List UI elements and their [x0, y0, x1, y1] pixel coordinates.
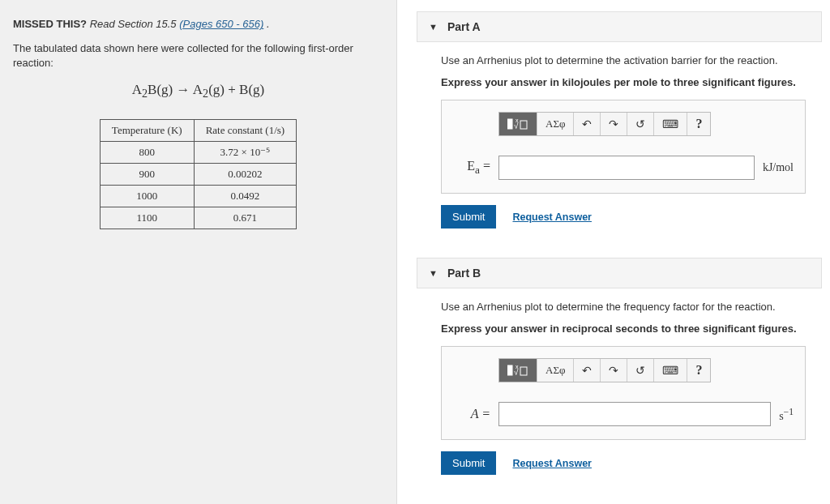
svg-rect-4: [507, 365, 512, 375]
undo-button[interactable]: ↶: [574, 113, 601, 135]
part-a-answer-input[interactable]: [498, 156, 755, 180]
redo-button[interactable]: ↷: [601, 113, 627, 135]
help-button[interactable]: ?: [687, 113, 710, 135]
part-a-title: Part A: [447, 20, 481, 33]
redo-button[interactable]: ↷: [601, 359, 627, 382]
intro-text: The tabulated data shown here were colle…: [13, 41, 383, 70]
reset-button[interactable]: ↺: [627, 359, 654, 382]
submit-button[interactable]: Submit: [441, 451, 496, 475]
missed-this-line: MISSED THIS? Read Section 15.5 (Pages 65…: [13, 18, 383, 30]
equation-toolbar: x√ ΑΣφ ↶ ↷ ↺ ⌨ ?: [498, 358, 711, 382]
part-b-instruct: Express your answer in reciprocal second…: [441, 322, 806, 335]
svg-rect-3: [520, 121, 527, 129]
equation-toolbar: x√ ΑΣφ ↶ ↷ ↺ ⌨ ?: [498, 112, 711, 136]
col-header-temp: Temperature (K): [100, 119, 194, 141]
table-row: 1100 0.671: [100, 207, 296, 229]
part-b-title: Part B: [447, 267, 481, 280]
cell-temp: 900: [100, 163, 194, 185]
part-b-answer-box: x√ ΑΣφ ↶ ↷ ↺ ⌨ ? A = s−1: [441, 346, 806, 440]
svg-text:√: √: [514, 368, 519, 377]
col-header-rate: Rate constant (1/s): [194, 119, 296, 141]
part-b-actions: Submit Request Answer: [441, 451, 806, 475]
chevron-down-icon: ▼: [429, 22, 438, 32]
table-row: 800 3.72 × 10⁻⁵: [100, 141, 296, 163]
part-b-unit: s−1: [779, 407, 794, 423]
part-a-unit: kJ/mol: [763, 161, 794, 174]
part-a-input-row: Ea = kJ/mol: [453, 156, 794, 180]
part-a-var-label: Ea =: [453, 159, 490, 177]
reaction-equation: A2B(g) → A2(g) + B(g): [13, 82, 383, 100]
template-tool-button[interactable]: x√: [499, 113, 537, 135]
answer-panel: ▼ Part A Use an Arrhenius plot to determ…: [397, 0, 830, 504]
part-b-prompt: Use an Arrhenius plot to determine the f…: [441, 300, 806, 314]
undo-button[interactable]: ↶: [574, 359, 601, 382]
table-row: 900 0.00202: [100, 163, 296, 185]
table-row: 1000 0.0492: [100, 185, 296, 207]
cell-rate: 0.00202: [194, 163, 296, 185]
keyboard-icon[interactable]: ⌨: [654, 113, 687, 135]
chevron-down-icon: ▼: [429, 268, 438, 278]
missed-text: Read Section 15.5: [87, 18, 179, 30]
part-a-header[interactable]: ▼ Part A: [417, 11, 822, 42]
greek-tool-button[interactable]: ΑΣφ: [537, 359, 574, 382]
svg-rect-0: [507, 119, 512, 129]
question-panel: MISSED THIS? Read Section 15.5 (Pages 65…: [0, 0, 397, 504]
submit-button[interactable]: Submit: [441, 205, 496, 229]
cell-rate: 0.0492: [194, 185, 296, 207]
data-table: Temperature (K) Rate constant (1/s) 800 …: [100, 119, 297, 229]
request-answer-link[interactable]: Request Answer: [512, 211, 591, 223]
part-a-answer-box: x√ ΑΣφ ↶ ↷ ↺ ⌨ ? Ea = kJ/mol: [441, 100, 806, 194]
part-a-prompt: Use an Arrhenius plot to determine the a…: [441, 53, 806, 68]
reset-button[interactable]: ↺: [627, 113, 654, 135]
part-a-instruct: Express your answer in kilojoules per mo…: [441, 76, 806, 88]
svg-text:√: √: [514, 122, 519, 130]
part-b-var-label: A =: [453, 407, 490, 421]
cell-temp: 1000: [100, 185, 194, 207]
after-link: .: [263, 18, 269, 30]
part-a-actions: Submit Request Answer: [441, 205, 806, 229]
request-answer-link[interactable]: Request Answer: [512, 458, 591, 469]
missed-label: MISSED THIS?: [13, 18, 87, 30]
cell-rate: 0.671: [194, 207, 296, 229]
svg-rect-7: [520, 367, 527, 375]
part-b-body: Use an Arrhenius plot to determine the f…: [417, 288, 830, 489]
part-b-answer-input[interactable]: [498, 402, 771, 426]
cell-rate: 3.72 × 10⁻⁵: [194, 141, 296, 163]
cell-temp: 1100: [100, 207, 194, 229]
part-b-header[interactable]: ▼ Part B: [417, 258, 822, 288]
pages-link[interactable]: (Pages 650 - 656): [179, 18, 263, 30]
greek-tool-button[interactable]: ΑΣφ: [537, 113, 574, 135]
cell-temp: 800: [100, 141, 194, 163]
template-tool-button[interactable]: x√: [499, 359, 537, 382]
help-button[interactable]: ?: [687, 359, 710, 382]
part-b-input-row: A = s−1: [453, 402, 794, 426]
part-a-body: Use an Arrhenius plot to determine the a…: [417, 42, 830, 243]
keyboard-icon[interactable]: ⌨: [654, 359, 687, 382]
